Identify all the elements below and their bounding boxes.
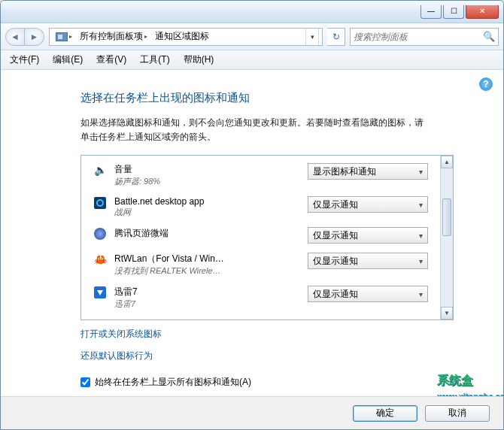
system-icons-link[interactable]: 打开或关闭系统图标 <box>80 328 162 341</box>
dialog-footer: 确定 取消 <box>1 396 503 429</box>
list-item: 腾讯页游微端 仅显示通知 <box>81 223 440 248</box>
help-icon[interactable]: ? <box>479 77 493 91</box>
chevron-right-icon: ▸ <box>69 33 72 40</box>
list-item: Battle.net desktop app 战网 仅显示通知 <box>81 192 440 223</box>
close-button[interactable]: ✕ <box>466 5 499 19</box>
scroll-track[interactable] <box>441 168 453 307</box>
breadcrumb-level-1[interactable]: 所有控制面板项 ▸ <box>77 29 150 44</box>
item-name: 音量 <box>114 163 300 176</box>
battlenet-icon <box>93 196 107 210</box>
breadcrumb-label: 通知区域图标 <box>155 30 209 43</box>
xunlei-icon <box>93 286 107 299</box>
chevron-right-icon: ▸ <box>144 33 147 40</box>
list-inner: 音量 扬声器: 98% 显示图标和通知 Battle.net desktop a… <box>81 156 440 319</box>
scrollbar: ▲ ▼ <box>440 156 453 319</box>
behavior-select[interactable]: 显示图标和通知 <box>308 163 428 180</box>
menu-edit[interactable]: 编辑(E) <box>47 51 89 68</box>
search-icon[interactable]: 🔍 <box>483 31 495 42</box>
breadcrumb-root[interactable]: ▸ <box>53 31 75 43</box>
list-item: 音量 扬声器: 98% 显示图标和通知 <box>81 159 440 192</box>
scroll-down-button[interactable]: ▼ <box>441 307 453 319</box>
item-name: RtWLan（For Vista / Win… <box>114 253 300 265</box>
cancel-button[interactable]: 取消 <box>425 405 490 422</box>
scroll-thumb[interactable] <box>442 198 451 236</box>
item-sub: 扬声器: 98% <box>114 176 300 187</box>
tencent-icon <box>93 227 107 241</box>
page-title: 选择在任务栏上出现的图标和通知 <box>80 91 427 105</box>
item-sub: 迅雷7 <box>114 298 300 310</box>
scroll-up-button[interactable]: ▲ <box>441 156 453 168</box>
back-button[interactable]: ◄ <box>5 28 25 46</box>
always-show-checkbox[interactable] <box>80 377 90 387</box>
search-input[interactable] <box>354 32 483 42</box>
breadcrumb-level-2[interactable]: 通知区域图标 <box>152 29 212 44</box>
breadcrumb-label: 所有控制面板项 <box>80 30 143 43</box>
behavior-select[interactable]: 仅显示通知 <box>308 253 428 269</box>
forward-button[interactable]: ► <box>25 28 44 46</box>
menu-file[interactable]: 文件(F) <box>4 51 45 68</box>
item-name: 腾讯页游微端 <box>114 227 300 240</box>
list-item: RtWLan（For Vista / Win… 没有找到 REALTEK Wir… <box>81 248 440 281</box>
content-area: ? 选择在任务栏上出现的图标和通知 如果选择隐藏图标和通知，则不会向您通知更改和… <box>1 70 503 396</box>
behavior-select[interactable]: 仅显示通知 <box>308 286 428 302</box>
item-name: Battle.net desktop app <box>114 196 300 207</box>
navigation-toolbar: ◄ ► ▸ 所有控制面板项 ▸ 通知区域图标 ▾ ↻ 🔍 <box>1 23 503 50</box>
search-box[interactable]: 🔍 <box>350 28 499 46</box>
breadcrumb-dropdown[interactable]: ▾ <box>305 29 319 45</box>
item-sub: 没有找到 REALTEK Wirele… <box>114 265 300 277</box>
notification-items-list: 音量 扬声器: 98% 显示图标和通知 Battle.net desktop a… <box>80 155 454 320</box>
behavior-select[interactable]: 仅显示通知 <box>308 227 428 244</box>
restore-defaults-link[interactable]: 还原默认图标行为 <box>80 350 153 362</box>
minimize-button[interactable]: — <box>421 5 442 19</box>
refresh-button[interactable]: ↻ <box>327 28 345 46</box>
page-description: 如果选择隐藏图标和通知，则不会向您通知更改和更新。若要随时查看隐藏的图标，请单击… <box>80 116 427 144</box>
menu-help[interactable]: 帮助(H) <box>178 51 220 68</box>
volume-icon <box>93 163 107 177</box>
list-item: 迅雷7 迅雷7 仅显示通知 <box>81 281 440 314</box>
maximize-button[interactable]: ☐ <box>443 5 464 19</box>
control-panel-window: — ☐ ✕ ◄ ► ▸ 所有控制面板项 ▸ 通知区域图标 ▾ ↻ <box>0 0 504 430</box>
window-controls: — ☐ ✕ <box>421 5 499 19</box>
behavior-select[interactable]: 仅显示通知 <box>308 196 428 213</box>
always-show-checkbox-row: 始终在任务栏上显示所有图标和通知(A) <box>80 376 476 389</box>
always-show-label[interactable]: 始终在任务栏上显示所有图标和通知(A) <box>95 376 251 389</box>
menu-tools[interactable]: 工具(T) <box>134 51 175 68</box>
nav-buttons: ◄ ► <box>5 28 44 46</box>
item-name: 迅雷7 <box>114 286 300 298</box>
rtwlan-icon <box>93 253 107 266</box>
menubar: 文件(F) 编辑(E) 查看(V) 工具(T) 帮助(H) <box>1 50 503 70</box>
breadcrumb-bar[interactable]: ▸ 所有控制面板项 ▸ 通知区域图标 ▾ <box>49 28 323 46</box>
ok-button[interactable]: 确定 <box>353 405 417 422</box>
titlebar: — ☐ ✕ <box>1 1 503 23</box>
control-panel-icon <box>56 32 68 41</box>
menu-view[interactable]: 查看(V) <box>90 51 132 68</box>
item-sub: 战网 <box>114 207 300 218</box>
